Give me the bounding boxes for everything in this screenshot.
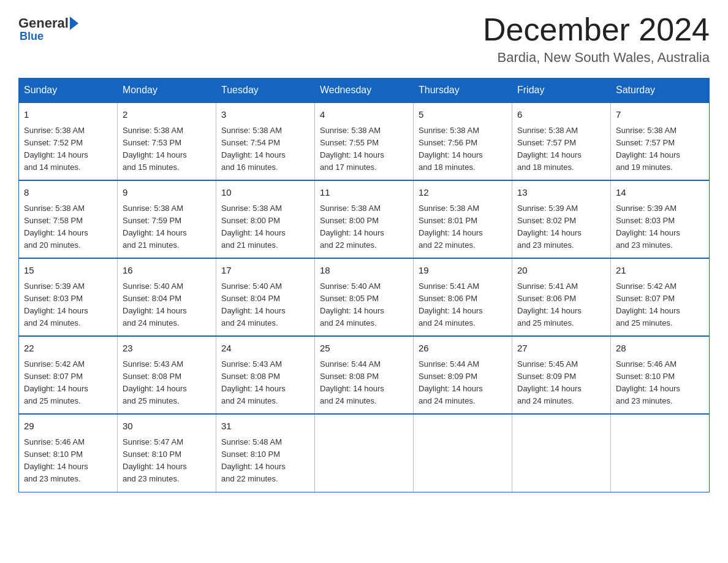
day-info: Sunrise: 5:40 AMSunset: 8:04 PMDaylight:…	[221, 280, 309, 330]
day-info: Sunrise: 5:45 AMSunset: 8:09 PMDaylight:…	[517, 358, 605, 408]
day-number: 30	[123, 419, 211, 434]
day-number: 4	[320, 108, 408, 122]
day-number: 15	[24, 264, 112, 278]
day-info: Sunrise: 5:40 AMSunset: 8:05 PMDaylight:…	[320, 280, 408, 330]
column-header-sunday: Sunday	[19, 79, 118, 103]
table-row: 2 Sunrise: 5:38 AMSunset: 7:53 PMDayligh…	[118, 102, 216, 180]
day-info: Sunrise: 5:43 AMSunset: 8:08 PMDaylight:…	[221, 358, 309, 408]
table-row: 14 Sunrise: 5:39 AMSunset: 8:03 PMDaylig…	[611, 180, 710, 258]
day-number: 24	[221, 342, 309, 356]
day-info: Sunrise: 5:46 AMSunset: 8:10 PMDaylight:…	[616, 358, 704, 408]
table-row: 4 Sunrise: 5:38 AMSunset: 7:55 PMDayligh…	[315, 102, 414, 180]
calendar-week-2: 8 Sunrise: 5:38 AMSunset: 7:58 PMDayligh…	[19, 180, 710, 258]
day-number: 14	[616, 186, 704, 200]
day-number: 10	[221, 186, 309, 200]
table-row: 31 Sunrise: 5:48 AMSunset: 8:10 PMDaylig…	[216, 414, 315, 492]
day-number: 20	[517, 264, 605, 278]
table-row: 27 Sunrise: 5:45 AMSunset: 8:09 PMDaylig…	[512, 336, 611, 414]
column-header-thursday: Thursday	[414, 79, 512, 103]
calendar-week-1: 1 Sunrise: 5:38 AMSunset: 7:52 PMDayligh…	[19, 102, 710, 180]
table-row: 28 Sunrise: 5:46 AMSunset: 8:10 PMDaylig…	[611, 336, 710, 414]
day-info: Sunrise: 5:39 AMSunset: 8:02 PMDaylight:…	[517, 202, 605, 252]
day-number: 27	[517, 342, 605, 356]
day-info: Sunrise: 5:38 AMSunset: 7:55 PMDaylight:…	[320, 124, 408, 174]
column-header-wednesday: Wednesday	[315, 79, 414, 103]
table-row: 30 Sunrise: 5:47 AMSunset: 8:10 PMDaylig…	[118, 414, 216, 492]
day-number: 22	[24, 342, 112, 356]
day-number: 21	[616, 264, 704, 278]
logo-general-text: General	[18, 15, 69, 31]
table-row: 16 Sunrise: 5:40 AMSunset: 8:04 PMDaylig…	[118, 258, 216, 336]
day-number: 1	[24, 108, 112, 122]
main-title: December 2024	[483, 12, 710, 47]
day-number: 6	[517, 108, 605, 122]
table-row: 20 Sunrise: 5:41 AMSunset: 8:06 PMDaylig…	[512, 258, 611, 336]
day-info: Sunrise: 5:38 AMSunset: 8:00 PMDaylight:…	[221, 202, 309, 252]
table-row: 22 Sunrise: 5:42 AMSunset: 8:07 PMDaylig…	[19, 336, 118, 414]
day-number: 13	[517, 186, 605, 200]
day-info: Sunrise: 5:46 AMSunset: 8:10 PMDaylight:…	[24, 436, 112, 486]
day-info: Sunrise: 5:44 AMSunset: 8:09 PMDaylight:…	[419, 358, 507, 408]
day-info: Sunrise: 5:41 AMSunset: 8:06 PMDaylight:…	[419, 280, 507, 330]
day-number: 5	[419, 108, 507, 122]
table-row: 13 Sunrise: 5:39 AMSunset: 8:02 PMDaylig…	[512, 180, 611, 258]
day-info: Sunrise: 5:39 AMSunset: 8:03 PMDaylight:…	[616, 202, 704, 252]
column-header-friday: Friday	[512, 79, 611, 103]
table-row: 26 Sunrise: 5:44 AMSunset: 8:09 PMDaylig…	[414, 336, 512, 414]
day-info: Sunrise: 5:47 AMSunset: 8:10 PMDaylight:…	[123, 436, 211, 486]
table-row: 15 Sunrise: 5:39 AMSunset: 8:03 PMDaylig…	[19, 258, 118, 336]
column-header-tuesday: Tuesday	[216, 79, 315, 103]
table-row: 25 Sunrise: 5:44 AMSunset: 8:08 PMDaylig…	[315, 336, 414, 414]
table-row: 5 Sunrise: 5:38 AMSunset: 7:56 PMDayligh…	[414, 102, 512, 180]
column-header-monday: Monday	[118, 79, 216, 103]
table-row	[611, 414, 710, 492]
table-row: 23 Sunrise: 5:43 AMSunset: 8:08 PMDaylig…	[118, 336, 216, 414]
day-number: 28	[616, 342, 704, 356]
table-row	[414, 414, 512, 492]
table-row: 21 Sunrise: 5:42 AMSunset: 8:07 PMDaylig…	[611, 258, 710, 336]
logo: General Blue	[18, 12, 80, 43]
location-subtitle: Bardia, New South Wales, Australia	[483, 50, 710, 66]
table-row: 18 Sunrise: 5:40 AMSunset: 8:05 PMDaylig…	[315, 258, 414, 336]
day-info: Sunrise: 5:44 AMSunset: 8:08 PMDaylight:…	[320, 358, 408, 408]
day-number: 2	[123, 108, 211, 122]
table-row: 17 Sunrise: 5:40 AMSunset: 8:04 PMDaylig…	[216, 258, 315, 336]
table-row: 19 Sunrise: 5:41 AMSunset: 8:06 PMDaylig…	[414, 258, 512, 336]
day-info: Sunrise: 5:38 AMSunset: 7:56 PMDaylight:…	[419, 124, 507, 174]
day-info: Sunrise: 5:38 AMSunset: 8:00 PMDaylight:…	[320, 202, 408, 252]
table-row: 11 Sunrise: 5:38 AMSunset: 8:00 PMDaylig…	[315, 180, 414, 258]
day-number: 9	[123, 186, 211, 200]
day-info: Sunrise: 5:42 AMSunset: 8:07 PMDaylight:…	[24, 358, 112, 408]
logo-blue-text: Blue	[18, 30, 44, 43]
day-info: Sunrise: 5:42 AMSunset: 8:07 PMDaylight:…	[616, 280, 704, 330]
table-row: 6 Sunrise: 5:38 AMSunset: 7:57 PMDayligh…	[512, 102, 611, 180]
day-info: Sunrise: 5:38 AMSunset: 7:59 PMDaylight:…	[123, 202, 211, 252]
calendar-week-4: 22 Sunrise: 5:42 AMSunset: 8:07 PMDaylig…	[19, 336, 710, 414]
day-info: Sunrise: 5:38 AMSunset: 7:57 PMDaylight:…	[616, 124, 704, 174]
table-row	[315, 414, 414, 492]
day-number: 12	[419, 186, 507, 200]
table-row: 1 Sunrise: 5:38 AMSunset: 7:52 PMDayligh…	[19, 102, 118, 180]
day-info: Sunrise: 5:38 AMSunset: 7:54 PMDaylight:…	[221, 124, 309, 174]
day-info: Sunrise: 5:38 AMSunset: 8:01 PMDaylight:…	[419, 202, 507, 252]
day-number: 19	[419, 264, 507, 278]
table-row: 8 Sunrise: 5:38 AMSunset: 7:58 PMDayligh…	[19, 180, 118, 258]
table-row: 9 Sunrise: 5:38 AMSunset: 7:59 PMDayligh…	[118, 180, 216, 258]
day-number: 17	[221, 264, 309, 278]
title-section: December 2024 Bardia, New South Wales, A…	[483, 12, 710, 66]
day-number: 16	[123, 264, 211, 278]
table-row: 10 Sunrise: 5:38 AMSunset: 8:00 PMDaylig…	[216, 180, 315, 258]
day-number: 8	[24, 186, 112, 200]
day-number: 29	[24, 419, 112, 434]
day-info: Sunrise: 5:38 AMSunset: 7:52 PMDaylight:…	[24, 124, 112, 174]
table-row: 12 Sunrise: 5:38 AMSunset: 8:01 PMDaylig…	[414, 180, 512, 258]
table-row	[512, 414, 611, 492]
day-info: Sunrise: 5:43 AMSunset: 8:08 PMDaylight:…	[123, 358, 211, 408]
day-number: 11	[320, 186, 408, 200]
day-number: 26	[419, 342, 507, 356]
page-header: General Blue December 2024 Bardia, New S…	[18, 12, 710, 66]
table-row: 7 Sunrise: 5:38 AMSunset: 7:57 PMDayligh…	[611, 102, 710, 180]
logo-arrow-icon	[70, 17, 78, 30]
day-info: Sunrise: 5:48 AMSunset: 8:10 PMDaylight:…	[221, 436, 309, 486]
calendar-week-5: 29 Sunrise: 5:46 AMSunset: 8:10 PMDaylig…	[19, 414, 710, 492]
